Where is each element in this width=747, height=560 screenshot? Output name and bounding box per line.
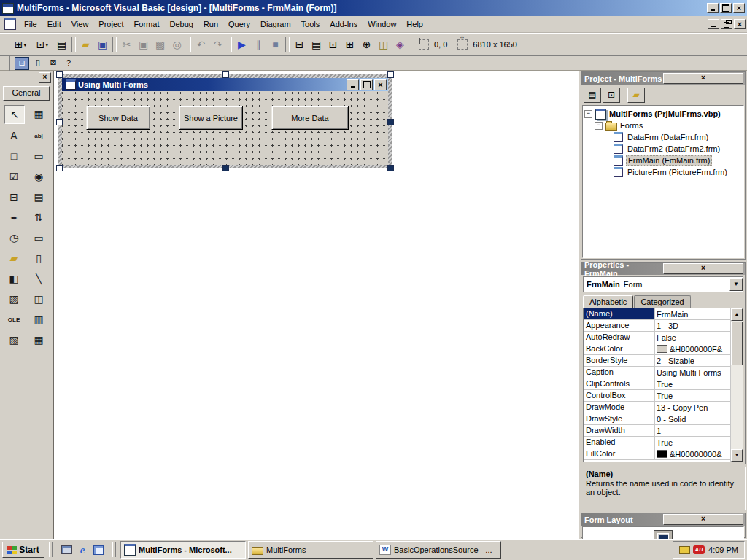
form-layout-close-button[interactable]: × [663, 514, 743, 525]
data-view-button[interactable]: ◫▾ [375, 36, 392, 52]
property-value-cell[interactable]: 1 [655, 425, 730, 436]
property-row[interactable]: FillColor &H00000000& [584, 448, 730, 460]
property-value-cell[interactable]: True [655, 390, 730, 401]
outlook-icon[interactable] [92, 543, 105, 556]
child-close-button[interactable]: × [734, 19, 746, 29]
toolbox-tab-general[interactable]: General [3, 86, 50, 101]
project-panel-titlebar[interactable]: Project - MultiForms × [581, 72, 745, 85]
property-row[interactable]: Appearance 1 - 3D [584, 320, 730, 332]
scrollbar-thumb[interactable] [731, 322, 743, 365]
collapse-icon[interactable]: − [584, 110, 592, 118]
more-data-button[interactable]: More Data [271, 106, 349, 130]
show-picture-button[interactable]: Show a Picture [179, 106, 243, 130]
mini-toolbar-button-2[interactable]: ▯ [31, 57, 44, 69]
add-project-button[interactable]: ⊞▾ [9, 36, 31, 52]
properties-panel-close-button[interactable]: × [663, 263, 743, 274]
break-button[interactable]: ∥▾ [250, 36, 267, 52]
dropdown-arrow-icon[interactable]: ▾ [23, 42, 26, 48]
tree-item-picturefrm[interactable]: PictureFrm (PictureFrm.frm) [584, 166, 742, 178]
property-value-cell[interactable]: Using Multi Forms [655, 367, 730, 378]
mail-tray-icon[interactable] [679, 546, 690, 554]
optionbutton-tool[interactable]: ◉ [29, 168, 48, 185]
form-titlebar[interactable]: Using Multi Forms × [62, 78, 388, 91]
project-panel-close-button[interactable]: × [663, 73, 743, 84]
checkbox-tool[interactable]: ☑ [4, 168, 23, 185]
project-explorer-button[interactable]: ⊟▾ [291, 36, 308, 52]
open-project-button[interactable]: ▰▾ [77, 36, 94, 52]
object-browser-button[interactable]: ⊞▾ [341, 36, 358, 52]
tab-categorized[interactable]: Categorized [634, 295, 690, 308]
taskbar-grip[interactable] [49, 542, 53, 557]
child-restore-button[interactable] [721, 19, 732, 29]
tab-alphabetic[interactable]: Alphabetic [583, 295, 633, 308]
object-selector-dropdown[interactable]: FrmMain Form ▼ [583, 276, 743, 292]
properties-scrollbar[interactable]: ▲ ▼ [730, 308, 743, 462]
property-value-cell[interactable]: 13 - Copy Pen [655, 402, 730, 413]
drivelistbox-tool[interactable]: ▭ [29, 229, 48, 246]
menu-run[interactable]: Run [198, 18, 223, 30]
find-button[interactable]: ◎▾ [169, 36, 185, 52]
form-body[interactable]: Show DataShow a PictureMore Data [62, 91, 388, 165]
toolbar-grip[interactable] [7, 56, 10, 71]
menu-view[interactable]: View [66, 18, 94, 30]
undo-button[interactable]: ↶▾ [193, 36, 209, 52]
show-data-button[interactable]: Show Data [86, 106, 150, 130]
resize-handle-top[interactable] [222, 71, 229, 78]
toolbar-grip[interactable] [4, 37, 7, 52]
property-value-cell[interactable]: FrmMain [655, 308, 730, 319]
pointer-tool[interactable]: ↖ [4, 105, 25, 124]
property-value-cell[interactable]: 2 - Sizable [655, 355, 730, 366]
dbgrid-tool[interactable]: ▦ [29, 331, 48, 349]
menu-project[interactable]: Project [93, 18, 128, 30]
designed-form[interactable]: Using Multi Forms × Show DataShow a Pict… [62, 78, 388, 165]
commandbutton-tool[interactable]: ▭ [29, 147, 48, 165]
ati-tray-icon[interactable]: ATI [693, 545, 705, 554]
image-tool[interactable]: ▨ [4, 290, 23, 308]
show-desktop-icon[interactable] [60, 543, 73, 556]
form-maximize-button[interactable] [360, 79, 373, 90]
property-row[interactable]: ControlBox True [584, 390, 730, 402]
child-minimize-button[interactable] [708, 19, 719, 29]
toolbar-separator[interactable]: ▾ [112, 37, 117, 52]
property-value-cell[interactable]: True [655, 437, 730, 448]
label-tool[interactable]: A [4, 127, 23, 144]
dropdown-arrow-icon[interactable]: ▾ [45, 42, 48, 48]
resize-handle-top-right[interactable] [387, 71, 394, 78]
menu-query[interactable]: Query [223, 18, 255, 30]
toggle-folders-button[interactable]: ▰ [627, 88, 645, 103]
textbox-tool[interactable]: ab| [29, 127, 48, 144]
toolbar-separator[interactable]: ▾ [187, 37, 191, 52]
tree-item-datafrm[interactable]: DataFrm (DataFm.frm) [584, 131, 742, 143]
toolbox-close-button[interactable]: × [39, 72, 51, 83]
menu-debug[interactable]: Debug [164, 18, 198, 30]
toolbox-button[interactable]: ⊕▾ [358, 36, 375, 52]
menu-file[interactable]: File [19, 18, 42, 30]
filelistbox-tool[interactable]: ▯ [29, 249, 48, 267]
property-value-cell[interactable]: 1 - 3D [655, 320, 730, 331]
start-button[interactable]: Start [2, 542, 44, 558]
project-tree-root[interactable]: − MultiForms (PrjMulFrms.vbp) [584, 108, 742, 120]
property-value-cell[interactable]: False [655, 332, 730, 343]
hscrollbar-tool[interactable]: ◂▸ [4, 209, 23, 226]
property-row[interactable]: BorderStyle 2 - Sizable [584, 355, 730, 367]
task-multiforms-vb[interactable]: MultiForms - Microsoft... [120, 541, 246, 559]
frame-tool[interactable]: □ [4, 147, 23, 165]
data-tool[interactable]: ◫ [29, 290, 48, 308]
internet-explorer-icon[interactable]: e [76, 543, 89, 556]
minimize-button[interactable] [707, 3, 719, 13]
copy-button[interactable]: ▣▾ [135, 36, 152, 52]
save-project-button[interactable]: ▣▾ [94, 36, 111, 52]
close-button[interactable]: × [733, 3, 745, 13]
resize-handle-bottom[interactable] [222, 165, 229, 171]
shape-tool[interactable]: ◧ [4, 270, 23, 287]
tree-item-datafrm2[interactable]: DataFrm2 (DataFrm2.frm) [584, 143, 742, 155]
form-close-button[interactable]: × [374, 79, 387, 90]
component-manager-button[interactable]: ◈▾ [392, 36, 409, 52]
maximize-button[interactable] [720, 3, 732, 13]
resize-handle-bottom-left[interactable] [56, 165, 63, 171]
dirlistbox-tool[interactable]: ▰ [4, 249, 23, 267]
taskbar-grip[interactable] [112, 542, 116, 557]
properties-window-button[interactable]: ▤▾ [308, 36, 325, 52]
property-row[interactable]: DrawMode 13 - Copy Pen [584, 402, 730, 413]
scroll-down-button[interactable]: ▼ [731, 449, 743, 462]
